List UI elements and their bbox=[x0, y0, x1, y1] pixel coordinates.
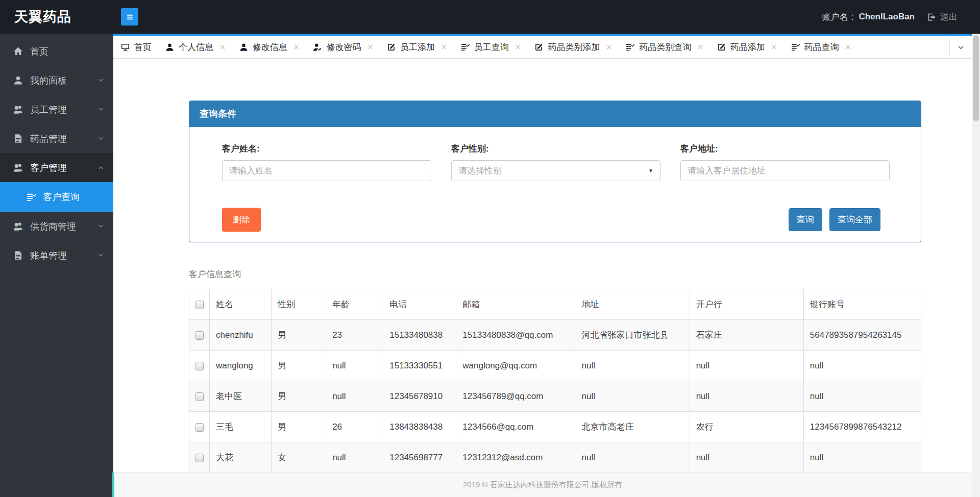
query-actions: 删除 查询 查询全部 bbox=[222, 208, 880, 232]
row-checkbox[interactable] bbox=[195, 423, 204, 432]
query-all-button[interactable]: 查询全部 bbox=[829, 208, 880, 231]
list-icon bbox=[791, 43, 800, 52]
tab-close-icon[interactable]: × bbox=[606, 42, 612, 52]
query-panel-body: 客户姓名:客户性别:请选择性别▼客户地址: 删除 查询 查询全部 bbox=[189, 127, 921, 242]
sidebar: 首页我的面板员工管理药品管理客户管理客户查询供货商管理账单管理 bbox=[0, 34, 113, 497]
edit-icon bbox=[387, 43, 396, 52]
tab-label: 首页 bbox=[134, 41, 152, 53]
tab-close-icon[interactable]: × bbox=[293, 42, 300, 52]
tab-item[interactable]: 首页 bbox=[121, 41, 152, 53]
table-cell: 23 bbox=[326, 320, 383, 351]
users-icon bbox=[13, 221, 23, 231]
user-key-icon bbox=[313, 43, 322, 52]
logout-button[interactable]: 退出 bbox=[927, 11, 958, 23]
delete-button[interactable]: 删除 bbox=[222, 208, 261, 232]
table-cell: null bbox=[575, 442, 690, 473]
table-cell: null bbox=[575, 351, 690, 381]
table-header-row: 姓名性别年龄电话邮箱地址开户行银行账号 bbox=[189, 289, 921, 320]
sidebar-item-label: 供货商管理 bbox=[30, 220, 76, 233]
sidebar-item[interactable]: 药品管理 bbox=[0, 124, 113, 153]
table-row: chenzhifu男231513348083815133480838@qq.co… bbox=[189, 320, 921, 351]
tab-item[interactable]: 修改信息× bbox=[239, 41, 300, 53]
select-all-checkbox[interactable] bbox=[195, 301, 204, 309]
table-cell: null bbox=[803, 351, 921, 381]
table-cell: chenzhifu bbox=[210, 320, 272, 351]
address-input[interactable] bbox=[680, 160, 890, 181]
app-logo[interactable]: 天翼药品 bbox=[0, 8, 113, 26]
tab-item[interactable]: 员工添加× bbox=[387, 41, 447, 53]
table-cell: 老中医 bbox=[210, 381, 272, 412]
tab-close-icon[interactable]: × bbox=[771, 42, 777, 52]
tab-close-icon[interactable]: × bbox=[441, 42, 447, 52]
table-cell: 男 bbox=[272, 320, 326, 351]
customer-table: 姓名性别年龄电话邮箱地址开户行银行账号 chenzhifu男2315133480… bbox=[189, 289, 921, 472]
table-row: 大花女null1234569877712312312@asd.comnullnu… bbox=[189, 442, 921, 473]
sidebar-scroll-indicator bbox=[112, 473, 114, 497]
sidebar-item[interactable]: 我的面板 bbox=[0, 66, 113, 95]
sidebar-item-label: 首页 bbox=[30, 45, 48, 58]
sidebar-item[interactable]: 员工管理 bbox=[0, 95, 113, 124]
account-name: ChenlLaoBan bbox=[859, 12, 915, 22]
tab-list: 首页个人信息×修改信息×修改密码×员工添加×员工查询×药品类别添加×药品类别查询… bbox=[121, 41, 865, 53]
table-cell: 12345678910 bbox=[383, 381, 456, 412]
sidebar-item[interactable]: 客户管理 bbox=[0, 153, 113, 182]
column-header: 年龄 bbox=[326, 289, 383, 320]
table-cell: null bbox=[575, 381, 690, 412]
sidebar-toggle-button[interactable] bbox=[121, 8, 138, 26]
sidebar-item[interactable]: 供货商管理 bbox=[0, 212, 113, 241]
page-scrollbar[interactable] bbox=[972, 34, 980, 497]
sidebar-item-label: 客户管理 bbox=[30, 162, 67, 174]
row-checkbox[interactable] bbox=[195, 392, 204, 401]
row-checkbox[interactable] bbox=[195, 331, 204, 340]
menu-icon bbox=[126, 13, 134, 21]
tab-close-icon[interactable]: × bbox=[515, 42, 521, 52]
tab-close-icon[interactable]: × bbox=[367, 42, 373, 52]
tab-label: 药品类别添加 bbox=[548, 41, 600, 53]
table-cell: 石家庄 bbox=[690, 320, 803, 351]
tab-label: 修改信息 bbox=[253, 41, 287, 53]
table-cell: null bbox=[690, 442, 803, 473]
sidebar-item[interactable]: 首页 bbox=[0, 37, 113, 66]
scrollbar-thumb[interactable] bbox=[973, 35, 979, 121]
tab-close-icon[interactable]: × bbox=[697, 42, 703, 52]
name-input[interactable] bbox=[222, 160, 431, 181]
list-icon bbox=[626, 43, 634, 52]
document-icon bbox=[13, 251, 23, 260]
tab-overflow-button[interactable] bbox=[949, 38, 972, 58]
table-cell: 河北省张家口市张北县 bbox=[575, 320, 690, 351]
table-cell: 15133480838@qq.com bbox=[456, 320, 575, 351]
tab-label: 员工查询 bbox=[474, 41, 509, 53]
tab-item[interactable]: 药品添加× bbox=[717, 41, 777, 53]
select-placeholder: 请选择性别 bbox=[458, 165, 502, 177]
table-cell: 男 bbox=[272, 412, 326, 442]
tab-item[interactable]: 员工查询× bbox=[461, 41, 521, 53]
copyright-text: 2019 © 石家庄达内科技股份有限公司,版权所有 bbox=[463, 480, 622, 490]
tab-item[interactable]: 药品查询× bbox=[791, 41, 851, 53]
sidebar-item[interactable]: 账单管理 bbox=[0, 241, 113, 270]
chevron-down-icon bbox=[97, 77, 104, 84]
query-panel-title: 查询条件 bbox=[189, 101, 921, 127]
table-cell: null bbox=[326, 381, 383, 412]
query-button[interactable]: 查询 bbox=[789, 208, 822, 231]
table-cell: wanglong bbox=[210, 351, 272, 381]
tab-close-icon[interactable]: × bbox=[845, 42, 851, 52]
row-checkbox[interactable] bbox=[195, 362, 204, 370]
tab-close-icon[interactable]: × bbox=[219, 42, 226, 52]
tab-label: 药品添加 bbox=[730, 41, 765, 53]
tab-item[interactable]: 个人信息× bbox=[165, 41, 226, 53]
column-header: 姓名 bbox=[210, 289, 272, 320]
table-cell: 26 bbox=[326, 412, 383, 442]
list-icon bbox=[27, 192, 36, 202]
tab-item[interactable]: 修改密码× bbox=[313, 41, 373, 53]
sidebar-subitem[interactable]: 客户查询 bbox=[0, 182, 113, 212]
row-checkbox[interactable] bbox=[195, 454, 204, 462]
tab-item[interactable]: 药品类别查询× bbox=[626, 41, 703, 53]
tab-item[interactable]: 药品类别添加× bbox=[534, 41, 612, 53]
table-cell: null bbox=[690, 351, 803, 381]
table-cell: 农行 bbox=[690, 412, 803, 442]
table-cell: null bbox=[803, 442, 921, 473]
gender-select[interactable]: 请选择性别▼ bbox=[451, 160, 660, 181]
tab-label: 修改密码 bbox=[326, 41, 361, 53]
chevron-down-icon bbox=[97, 223, 104, 230]
table-row: 老中医男null12345678910123456789@qq.comnulln… bbox=[189, 381, 921, 412]
